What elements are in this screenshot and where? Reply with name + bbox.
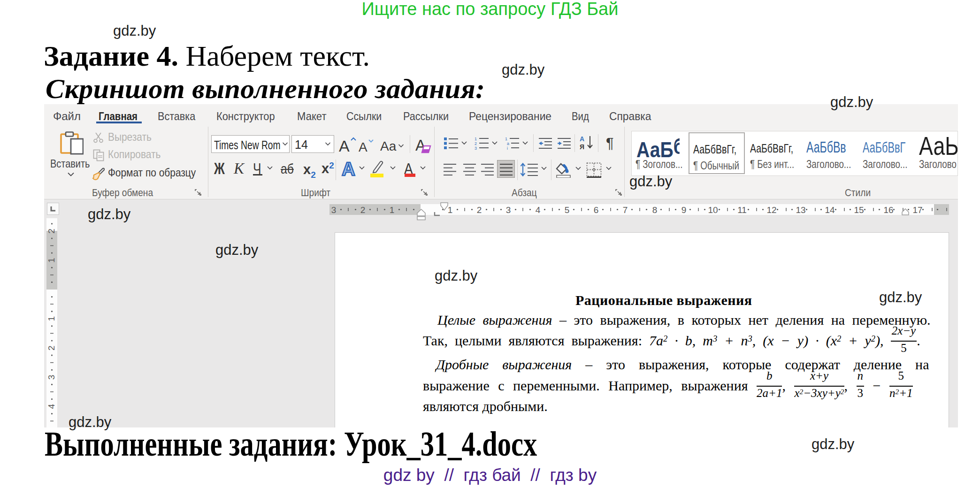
svg-text:3: 3 <box>475 146 477 150</box>
svg-text:3: 3 <box>46 375 56 380</box>
svg-text:16: 16 <box>883 205 893 215</box>
svg-text:3: 3 <box>506 205 511 215</box>
svg-text:9: 9 <box>681 205 687 215</box>
svg-text:1: 1 <box>46 316 56 321</box>
svg-text:2: 2 <box>477 205 482 215</box>
svg-text:2: 2 <box>360 205 366 215</box>
svg-text:i: i <box>507 146 508 150</box>
svg-text:2: 2 <box>46 345 56 351</box>
svg-text:13: 13 <box>796 205 805 215</box>
svg-text:4: 4 <box>46 404 56 409</box>
svg-text:17: 17 <box>912 205 922 215</box>
svg-text:1: 1 <box>46 258 56 263</box>
svg-text:12: 12 <box>766 205 776 215</box>
svg-text:11: 11 <box>737 205 747 215</box>
svg-text:10: 10 <box>708 205 718 215</box>
svg-text:1: 1 <box>505 137 507 141</box>
svg-text:2: 2 <box>46 229 56 234</box>
svg-text:1: 1 <box>475 137 477 141</box>
svg-text:7: 7 <box>623 205 628 215</box>
svg-text:4: 4 <box>536 205 541 215</box>
svg-text:5: 5 <box>565 205 570 215</box>
svg-text:3: 3 <box>331 205 337 215</box>
svg-text:1: 1 <box>390 205 395 215</box>
svg-text:14: 14 <box>825 205 835 215</box>
svg-text:2: 2 <box>475 141 477 146</box>
svg-text:6: 6 <box>594 205 599 215</box>
svg-text:Я: Я <box>580 143 584 150</box>
svg-text:a: a <box>507 141 509 146</box>
svg-text:15: 15 <box>854 205 864 215</box>
svg-text:А: А <box>580 135 584 143</box>
svg-text:8: 8 <box>652 205 658 215</box>
